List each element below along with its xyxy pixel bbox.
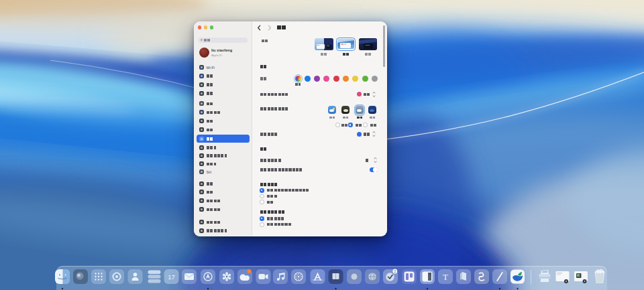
svg-text:T: T xyxy=(443,272,448,282)
svg-text:2: 2 xyxy=(394,269,396,273)
svg-text:17: 17 xyxy=(168,273,175,281)
